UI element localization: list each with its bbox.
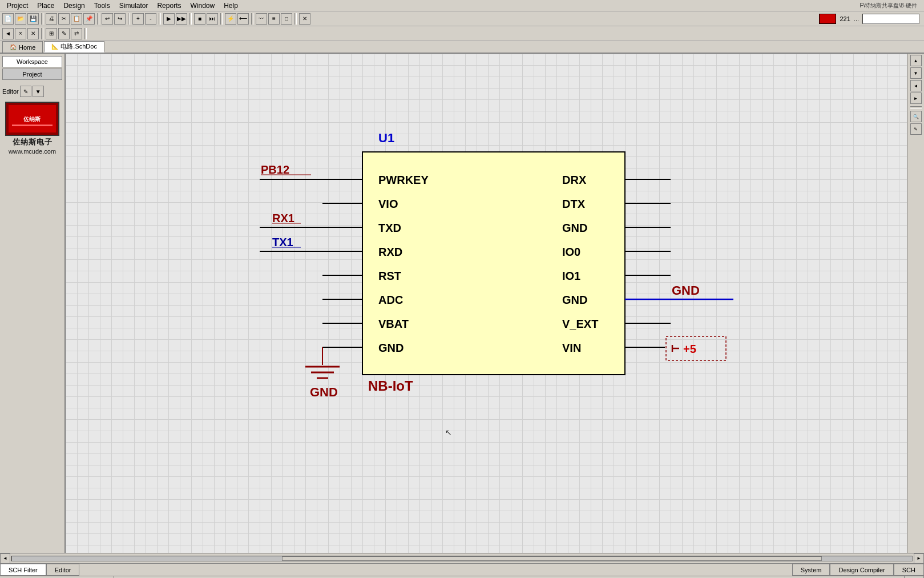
bottom-tab-system[interactable]: System <box>792 564 830 576</box>
tb-copy[interactable]: 📋 <box>71 13 82 25</box>
pin-gnd-r2: GND <box>562 294 587 306</box>
tb2-panel[interactable]: ◄ <box>2 28 14 39</box>
component-ref: U1 <box>378 131 394 145</box>
menu-tools[interactable]: Tools <box>90 1 115 11</box>
hscroll-track[interactable] <box>11 556 913 561</box>
tb-new[interactable]: 📄 <box>2 13 14 25</box>
schematic-svg: U1 PWRKEY VIO TXD RXD RST ADC VBAT GND D… <box>66 54 907 553</box>
tb-stop[interactable]: ■ <box>194 13 205 25</box>
pin-io0: IO0 <box>562 246 580 258</box>
rtb-3[interactable]: ◄ <box>910 80 922 91</box>
tb-place[interactable]: □ <box>281 13 292 25</box>
tb-redo[interactable]: ↪ <box>114 13 126 25</box>
hscroll-right[interactable]: ► <box>914 553 924 564</box>
logo-image: 佐纳斯 <box>5 102 59 136</box>
bottom-tab-editor[interactable]: Editor <box>46 564 80 576</box>
color-dots: ... <box>854 15 859 22</box>
netlabel-tx1: TX1 <box>272 236 293 248</box>
panel-tabs: Workspace Project <box>0 54 64 83</box>
schematic-canvas[interactable]: U1 PWRKEY VIO TXD RXD RST ADC VBAT GND D… <box>66 54 907 553</box>
rtb-zoom[interactable]: 🔍 <box>910 111 922 122</box>
status-bar: ✎ <box>0 576 924 578</box>
menu-help[interactable]: Help <box>219 1 243 11</box>
tab-home[interactable]: 🏠 Home <box>2 41 43 53</box>
color-input[interactable] <box>862 14 919 24</box>
pin-gnd-r1: GND <box>562 222 587 234</box>
left-panel: Workspace Project Editor ✎ ▼ 佐纳斯 佐纳斯电子 w… <box>0 54 66 553</box>
panel-tab-workspace[interactable]: Workspace <box>2 56 62 67</box>
rtb-2[interactable]: ▼ <box>910 67 922 79</box>
pin-drx: DRX <box>562 174 587 186</box>
component-name: NB-IoT <box>368 378 413 394</box>
tab-schematic[interactable]: 📐 电路.SchDoc <box>44 41 104 53</box>
pin-gnd-left: GND <box>378 342 404 354</box>
pin-txd: TXD <box>378 222 401 234</box>
tb-wire[interactable]: 〰 <box>256 13 267 25</box>
toolbar-2: ◄ × ✕ ⊞ ✎ ⇄ <box>0 26 924 41</box>
pin-vin: VIN <box>562 342 581 354</box>
bottom-tab-filter[interactable]: SCH Filter <box>0 564 46 576</box>
tb-print[interactable]: 🖨 <box>46 13 57 25</box>
tb-step[interactable]: ⏭ <box>207 13 218 25</box>
tb2-edit[interactable]: ✎ <box>58 28 70 39</box>
panel-tab-project[interactable]: Project <box>2 69 62 80</box>
pin-pwrkey: PWRKEY <box>378 174 429 186</box>
color-indicator <box>819 14 836 24</box>
panel-ctrl-view[interactable]: ▼ <box>33 86 44 97</box>
logo-cn-text: 佐纳斯电子 <box>13 137 53 147</box>
pin-rxd: RXD <box>378 246 402 258</box>
tb2-close2[interactable]: ✕ <box>27 28 39 39</box>
tb-compile[interactable]: ▶ <box>163 13 175 25</box>
tb-undo[interactable]: ↩ <box>102 13 113 25</box>
tb-zoomin[interactable]: + <box>132 13 144 25</box>
menu-project[interactable]: Project <box>2 1 33 11</box>
tb2-toggle[interactable]: ⇄ <box>71 28 82 39</box>
netlabel-rx1: RX1 <box>272 212 294 224</box>
right-toolbar: ▲ ▼ ◄ ► 🔍 ✎ <box>907 54 924 553</box>
editor-label: Editor <box>2 88 19 95</box>
tb-zoomout[interactable]: - <box>145 13 156 25</box>
tb-save[interactable]: 💾 <box>27 13 39 25</box>
hscroll-thumb[interactable] <box>282 556 822 561</box>
menu-reports[interactable]: Reports <box>152 1 185 11</box>
schematic-icon: 📐 <box>51 43 58 50</box>
tb-open[interactable]: 📂 <box>15 13 26 25</box>
netlabel-pb12: PB12 <box>261 163 289 176</box>
menu-simulator[interactable]: Simulator <box>115 1 153 11</box>
panel-controls: Editor ✎ ▼ <box>0 83 64 99</box>
pin-rst: RST <box>378 270 401 282</box>
tb-close[interactable]: ✕ <box>299 13 310 25</box>
rtb-4[interactable]: ► <box>910 93 922 104</box>
tb2-browse[interactable]: ⊞ <box>46 28 57 39</box>
bottom-tabs: SCH Filter Editor System Design Compiler… <box>0 563 924 576</box>
hscroll-left[interactable]: ◄ <box>0 553 10 564</box>
svg-rect-3 <box>12 125 53 126</box>
tabs-bar: 🏠 Home 📐 电路.SchDoc <box>0 41 924 54</box>
pin-dtx: DTX <box>562 198 586 210</box>
power-label: +5 <box>683 343 696 355</box>
rtb-edit[interactable]: ✎ <box>910 123 922 135</box>
tb-run[interactable]: ▶▶ <box>176 13 187 25</box>
home-icon: 🏠 <box>10 44 17 50</box>
pin-vext: V_EXT <box>562 318 598 330</box>
tb-connect[interactable]: ⟵ <box>237 13 249 25</box>
horizontal-scrollbar[interactable]: ◄ ► <box>0 553 924 563</box>
tb2-pin[interactable]: × <box>15 28 26 39</box>
bottom-tab-sch[interactable]: SCH <box>894 564 924 576</box>
logo-en-text: www.mcude.com <box>9 148 56 155</box>
menu-window[interactable]: Window <box>185 1 219 11</box>
rtb-1[interactable]: ▲ <box>910 55 922 66</box>
netlabel-gnd-right: GND <box>672 283 700 298</box>
tb-probe[interactable]: ⚡ <box>225 13 236 25</box>
panel-ctrl-edit[interactable]: ✎ <box>20 86 31 97</box>
cursor: ↖ <box>445 428 452 437</box>
tb-bus[interactable]: ≡ <box>268 13 280 25</box>
tb-cut[interactable]: ✂ <box>58 13 70 25</box>
menu-bar: Project Place Design Tools Simulator Rep… <box>0 0 924 11</box>
bottom-tab-design-compiler[interactable]: Design Compiler <box>830 564 893 576</box>
menu-design[interactable]: Design <box>59 1 89 11</box>
tb-paste[interactable]: 📌 <box>83 13 95 25</box>
toolbar-1: 📄 📂 💾 🖨 ✂ 📋 📌 ↩ ↪ + - ▶ ▶▶ ■ ⏭ ⚡ ⟵ 〰 ≡ □… <box>0 11 924 26</box>
main-layout: Workspace Project Editor ✎ ▼ 佐纳斯 佐纳斯电子 w… <box>0 54 924 553</box>
menu-place[interactable]: Place <box>33 1 59 11</box>
